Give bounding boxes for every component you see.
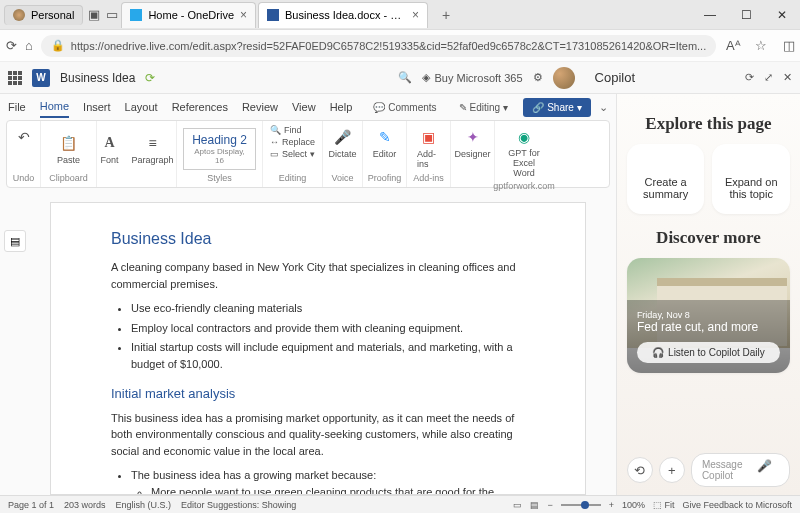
copilot-card-expand[interactable]: Expand on this topic xyxy=(712,144,790,214)
copilot-expand-icon[interactable]: ⤢ xyxy=(764,71,773,84)
ribbon-toolbar: ↶ Undo 📋Paste Clipboard AFont ≡Paragraph xyxy=(6,120,610,188)
addins-button[interactable]: ▣Add-ins xyxy=(413,125,444,171)
tab-home[interactable]: Home xyxy=(40,96,69,118)
select-button[interactable]: ▭Select▾ xyxy=(270,149,315,159)
cursor-icon: ▭ xyxy=(270,149,279,159)
zoom-in-button[interactable]: + xyxy=(609,500,614,510)
page-indicator[interactable]: Page 1 of 1 xyxy=(8,500,54,510)
tab-actions-icon[interactable]: ▭ xyxy=(103,6,121,24)
mic-icon[interactable]: 🎤 xyxy=(757,459,772,473)
tab-help[interactable]: Help xyxy=(330,97,353,117)
find-button[interactable]: 🔍Find xyxy=(270,125,315,135)
document-page[interactable]: Business Idea A cleaning company based i… xyxy=(50,202,586,495)
refresh-icon[interactable]: ⟳ xyxy=(6,37,17,55)
copilot-discover-card[interactable]: Friday, Nov 8 Fed rate cut, and more 🎧Li… xyxy=(627,258,790,373)
feedback-link[interactable]: Give Feedback to Microsoft xyxy=(682,500,792,510)
zoom-level[interactable]: 100% xyxy=(622,500,645,510)
copilot-add-button[interactable]: + xyxy=(659,457,685,483)
font-button[interactable]: AFont xyxy=(95,131,123,167)
gpt-button[interactable]: ◉GPT for Excel Word xyxy=(501,125,547,181)
word-count[interactable]: 203 words xyxy=(64,500,106,510)
replace-button[interactable]: ↔Replace xyxy=(270,137,315,147)
language-indicator[interactable]: English (U.S.) xyxy=(116,500,172,510)
zoom-out-button[interactable]: − xyxy=(547,500,552,510)
listen-label: Listen to Copilot Daily xyxy=(668,347,765,358)
view-print-icon[interactable]: ▭ xyxy=(513,500,522,510)
app-launcher-icon[interactable] xyxy=(8,71,22,85)
buy-microsoft-button[interactable]: ◈ Buy Microsoft 365 xyxy=(422,71,522,84)
chevron-down-icon: ▾ xyxy=(577,102,582,113)
fit-button[interactable]: ⬚ Fit xyxy=(653,500,675,510)
editor-button[interactable]: ✎Editor xyxy=(369,125,401,161)
text-size-icon[interactable]: Aᴬ xyxy=(724,37,742,55)
tab-file[interactable]: File xyxy=(8,97,26,117)
word-logo-icon: W xyxy=(32,69,50,87)
list-item: Initial startup costs will include equip… xyxy=(131,339,525,372)
editing-mode-button[interactable]: ✎Editing▾ xyxy=(452,99,516,116)
workspaces-icon[interactable]: ▣ xyxy=(85,6,103,24)
copilot-refresh-icon[interactable]: ⟳ xyxy=(745,71,754,84)
comments-label: Comments xyxy=(388,102,436,113)
browser-tab-word[interactable]: Business Idea.docx - Microsoft W × xyxy=(258,2,428,28)
new-tab-button[interactable]: + xyxy=(436,7,456,23)
maximize-button[interactable]: ☐ xyxy=(728,0,764,30)
find-label: Find xyxy=(284,125,302,135)
pencil-icon: ✎ xyxy=(459,102,467,113)
undo-button[interactable]: ↶ xyxy=(10,125,38,149)
copilot-close-icon[interactable]: ✕ xyxy=(783,71,792,84)
listen-button[interactable]: 🎧Listen to Copilot Daily xyxy=(637,342,780,363)
address-actions: Aᴬ ☆ ◫ ✧ ⊕ ⬚ ⋯ xyxy=(724,36,800,56)
document-title[interactable]: Business Idea xyxy=(60,71,135,85)
browser-tab-onedrive[interactable]: Home - OneDrive × xyxy=(121,2,256,28)
gpt-group-label: gptforwork.com xyxy=(493,181,555,191)
close-window-button[interactable]: ✕ xyxy=(764,0,800,30)
list-item: More people want to use green cleaning p… xyxy=(151,484,525,496)
settings-icon[interactable]: ⚙ xyxy=(533,71,543,84)
list-item: The business idea has a growing market b… xyxy=(131,467,525,495)
url-text: https://onedrive.live.com/edit.aspx?resi… xyxy=(71,40,706,52)
copilot-card-summary[interactable]: Create a summary xyxy=(627,144,705,214)
tab-insert[interactable]: Insert xyxy=(83,97,111,117)
ribbon-collapse-icon[interactable]: ⌄ xyxy=(599,101,608,114)
copilot-message-input[interactable]: Message Copilot xyxy=(691,453,790,487)
paragraph-button[interactable]: ≡Paragraph xyxy=(127,131,177,167)
address-bar: ⟳ ⌂ 🔒 https://onedrive.live.com/edit.asp… xyxy=(0,30,800,62)
status-bar: Page 1 of 1 203 words English (U.S.) Edi… xyxy=(0,495,800,513)
split-icon[interactable]: ◫ xyxy=(780,37,798,55)
saved-icon: ⟳ xyxy=(145,71,155,85)
editor-label: Editor xyxy=(373,149,397,159)
share-button[interactable]: 🔗Share▾ xyxy=(523,98,591,117)
comments-button[interactable]: 💬Comments xyxy=(366,99,443,116)
personal-profile-tab[interactable]: Personal xyxy=(4,5,83,25)
side-toolbar-button[interactable]: ▤ xyxy=(4,230,26,252)
copilot-explore-heading: Explore this page xyxy=(627,114,790,134)
close-icon[interactable]: × xyxy=(240,8,247,22)
dictate-button[interactable]: 🎤Dictate xyxy=(325,125,361,161)
tab-references[interactable]: References xyxy=(172,97,228,117)
designer-button[interactable]: ✦Designer xyxy=(450,125,494,161)
style-heading2-button[interactable]: Heading 2 Aptos Display, 16 xyxy=(183,128,256,170)
tab-layout[interactable]: Layout xyxy=(125,97,158,117)
close-icon[interactable]: × xyxy=(412,8,419,22)
url-input[interactable]: 🔒 https://onedrive.live.com/edit.aspx?re… xyxy=(41,35,716,57)
tab-view[interactable]: View xyxy=(292,97,316,117)
copilot-cards: Create a summary Expand on this topic xyxy=(627,144,790,214)
home-icon[interactable]: ⌂ xyxy=(25,37,33,55)
editor-icon: ✎ xyxy=(375,127,395,147)
copilot-panel: Explore this page Create a summary Expan… xyxy=(616,94,800,495)
zoom-slider[interactable] xyxy=(561,504,601,506)
search-icon[interactable]: 🔍 xyxy=(398,71,412,84)
user-avatar[interactable] xyxy=(553,67,575,89)
editor-suggestions[interactable]: Editor Suggestions: Showing xyxy=(181,500,296,510)
gpt-label: GPT for Excel Word xyxy=(505,149,543,179)
clipboard-group-label: Clipboard xyxy=(49,173,88,183)
copilot-history-button[interactable]: ⟲ xyxy=(627,457,653,483)
view-web-icon[interactable]: ▤ xyxy=(530,500,539,510)
minimize-button[interactable]: ― xyxy=(692,0,728,30)
tab-review[interactable]: Review xyxy=(242,97,278,117)
voice-group-label: Voice xyxy=(331,173,353,183)
paste-button[interactable]: 📋Paste xyxy=(53,131,84,167)
chevron-down-icon: ▾ xyxy=(503,102,508,113)
favorite-icon[interactable]: ☆ xyxy=(752,37,770,55)
copilot-discover-heading: Discover more xyxy=(627,228,790,248)
